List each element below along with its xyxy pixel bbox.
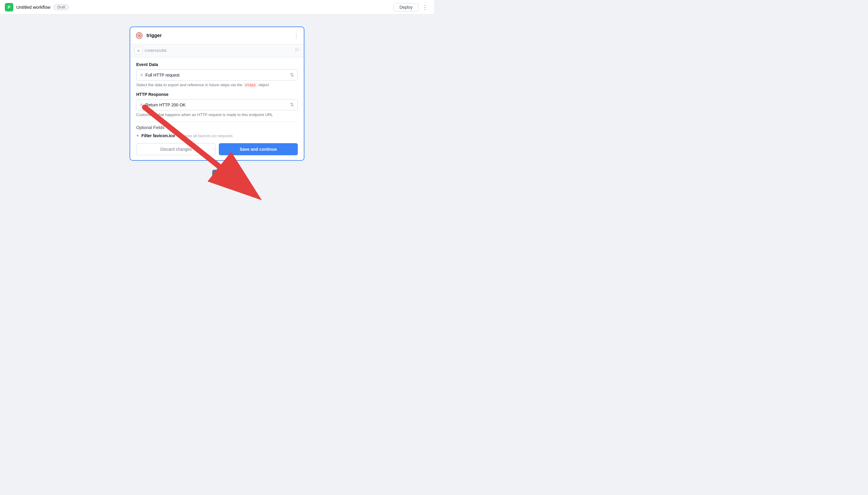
select-lines-icon: ≡ <box>140 72 143 78</box>
pin-icon[interactable] <box>295 48 299 54</box>
configure-left: ∨ CONFIGURE <box>135 47 167 54</box>
configure-bar: ∨ CONFIGURE <box>130 44 304 57</box>
filter-row: + Filter favicon.ico Remove all favicon.… <box>136 133 298 138</box>
svg-point-0 <box>139 35 140 36</box>
workflow-card: trigger ⋮ ∨ CONFIGURE <box>129 27 305 180</box>
workflow-title: Untitled workflow <box>16 4 50 10</box>
deploy-button[interactable]: Deploy <box>394 3 418 12</box>
optional-fields-label: Optional Fields <box>136 125 298 130</box>
canvas: trigger ⋮ ∨ CONFIGURE <box>0 15 434 248</box>
discard-button[interactable]: Discard changes <box>136 143 216 155</box>
card-header-left: trigger <box>135 31 162 40</box>
top-navigation: P Untitled workflow Draft Deploy ⋮ <box>0 0 434 15</box>
card-menu-icon[interactable]: ⋮ <box>294 32 299 39</box>
plus-icon[interactable]: + <box>136 133 139 138</box>
event-data-label: Event Data <box>136 62 298 67</box>
add-step-container: + <box>129 166 305 180</box>
divider <box>136 122 298 122</box>
event-data-value: Full HTTP request <box>145 73 290 78</box>
steps-highlight: steps <box>244 83 257 87</box>
http-response-helper: Customize what happens when an HTTP requ… <box>136 112 298 118</box>
card-body: Event Data ≡ Full HTTP request ⇅ Select … <box>130 57 304 160</box>
chevron-button[interactable]: ∨ <box>135 47 142 54</box>
optional-fields-section: Optional Fields + Filter favicon.ico Rem… <box>136 125 298 138</box>
select-arrow-icon-2: ⇅ <box>290 102 294 108</box>
topnav-more-icon[interactable]: ⋮ <box>421 2 429 12</box>
event-data-select[interactable]: ≡ Full HTTP request ⇅ <box>136 69 298 81</box>
action-row: Discard changes Save and continue <box>136 143 298 155</box>
logo-icon: P <box>5 3 13 12</box>
chevron-down-icon: ∨ <box>137 49 140 53</box>
trigger-card: trigger ⋮ ∨ CONFIGURE <box>129 27 305 161</box>
http-response-label: HTTP Response <box>136 92 298 97</box>
draft-badge: Draft <box>53 4 69 10</box>
http-response-select[interactable]: ≡ Return HTTP 200 OK ⇅ <box>136 99 298 110</box>
select-arrow-icon: ⇅ <box>290 72 294 78</box>
card-title: trigger <box>146 33 162 38</box>
configure-label: CONFIGURE <box>145 49 167 52</box>
select-lines-icon-2: ≡ <box>140 102 143 108</box>
add-step-button[interactable]: + <box>212 170 222 180</box>
card-header: trigger ⋮ <box>130 27 304 44</box>
filter-desc: Remove all favicon.ico requests <box>177 134 233 138</box>
http-response-value: Return HTTP 200 OK <box>145 102 290 107</box>
event-data-section: Event Data ≡ Full HTTP request ⇅ Select … <box>136 62 298 88</box>
topnav-right: Deploy ⋮ <box>394 2 429 12</box>
filter-label: Filter favicon.ico <box>141 133 175 138</box>
http-response-section: HTTP Response ≡ Return HTTP 200 OK ⇅ Cus… <box>136 92 298 118</box>
trigger-icon <box>135 31 143 40</box>
event-data-helper: Select the data to export and reference … <box>136 82 298 88</box>
save-continue-button[interactable]: Save and continue <box>219 143 298 155</box>
topnav-left: P Untitled workflow Draft <box>5 3 69 12</box>
